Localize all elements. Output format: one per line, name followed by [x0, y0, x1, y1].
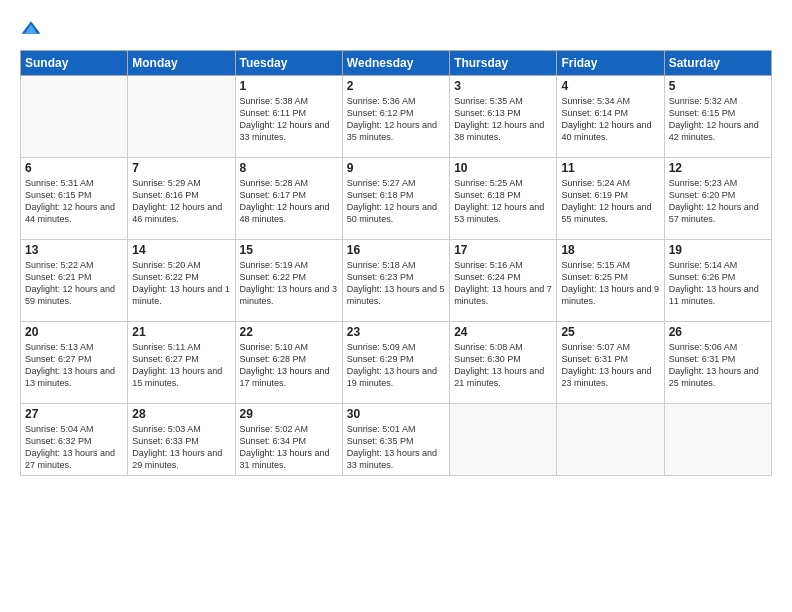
day-number: 25 — [561, 325, 659, 339]
day-info: Sunrise: 5:27 AM Sunset: 6:18 PM Dayligh… — [347, 177, 445, 226]
calendar-cell: 15Sunrise: 5:19 AM Sunset: 6:22 PM Dayli… — [235, 240, 342, 322]
weekday-header-sunday: Sunday — [21, 51, 128, 76]
logo-icon — [20, 18, 42, 40]
day-info: Sunrise: 5:04 AM Sunset: 6:32 PM Dayligh… — [25, 423, 123, 472]
day-info: Sunrise: 5:09 AM Sunset: 6:29 PM Dayligh… — [347, 341, 445, 390]
calendar-cell — [664, 404, 771, 476]
calendar-cell: 4Sunrise: 5:34 AM Sunset: 6:14 PM Daylig… — [557, 76, 664, 158]
calendar-cell: 6Sunrise: 5:31 AM Sunset: 6:15 PM Daylig… — [21, 158, 128, 240]
calendar-cell: 10Sunrise: 5:25 AM Sunset: 6:18 PM Dayli… — [450, 158, 557, 240]
logo — [20, 18, 46, 40]
calendar-cell — [128, 76, 235, 158]
day-info: Sunrise: 5:18 AM Sunset: 6:23 PM Dayligh… — [347, 259, 445, 308]
calendar-week-row: 1Sunrise: 5:38 AM Sunset: 6:11 PM Daylig… — [21, 76, 772, 158]
day-info: Sunrise: 5:36 AM Sunset: 6:12 PM Dayligh… — [347, 95, 445, 144]
day-info: Sunrise: 5:02 AM Sunset: 6:34 PM Dayligh… — [240, 423, 338, 472]
day-number: 9 — [347, 161, 445, 175]
day-number: 21 — [132, 325, 230, 339]
day-number: 13 — [25, 243, 123, 257]
calendar-cell: 8Sunrise: 5:28 AM Sunset: 6:17 PM Daylig… — [235, 158, 342, 240]
calendar-cell: 13Sunrise: 5:22 AM Sunset: 6:21 PM Dayli… — [21, 240, 128, 322]
day-info: Sunrise: 5:34 AM Sunset: 6:14 PM Dayligh… — [561, 95, 659, 144]
calendar-cell: 21Sunrise: 5:11 AM Sunset: 6:27 PM Dayli… — [128, 322, 235, 404]
calendar-week-row: 13Sunrise: 5:22 AM Sunset: 6:21 PM Dayli… — [21, 240, 772, 322]
day-number: 6 — [25, 161, 123, 175]
calendar-cell: 7Sunrise: 5:29 AM Sunset: 6:16 PM Daylig… — [128, 158, 235, 240]
day-number: 17 — [454, 243, 552, 257]
calendar-cell: 19Sunrise: 5:14 AM Sunset: 6:26 PM Dayli… — [664, 240, 771, 322]
calendar-cell: 11Sunrise: 5:24 AM Sunset: 6:19 PM Dayli… — [557, 158, 664, 240]
day-number: 16 — [347, 243, 445, 257]
day-number: 28 — [132, 407, 230, 421]
page: SundayMondayTuesdayWednesdayThursdayFrid… — [0, 0, 792, 612]
day-info: Sunrise: 5:13 AM Sunset: 6:27 PM Dayligh… — [25, 341, 123, 390]
day-number: 1 — [240, 79, 338, 93]
calendar-cell: 5Sunrise: 5:32 AM Sunset: 6:15 PM Daylig… — [664, 76, 771, 158]
day-info: Sunrise: 5:29 AM Sunset: 6:16 PM Dayligh… — [132, 177, 230, 226]
day-number: 15 — [240, 243, 338, 257]
day-info: Sunrise: 5:23 AM Sunset: 6:20 PM Dayligh… — [669, 177, 767, 226]
calendar-cell: 3Sunrise: 5:35 AM Sunset: 6:13 PM Daylig… — [450, 76, 557, 158]
calendar-cell: 14Sunrise: 5:20 AM Sunset: 6:22 PM Dayli… — [128, 240, 235, 322]
calendar-cell: 28Sunrise: 5:03 AM Sunset: 6:33 PM Dayli… — [128, 404, 235, 476]
day-info: Sunrise: 5:31 AM Sunset: 6:15 PM Dayligh… — [25, 177, 123, 226]
calendar-cell: 24Sunrise: 5:08 AM Sunset: 6:30 PM Dayli… — [450, 322, 557, 404]
calendar-cell: 17Sunrise: 5:16 AM Sunset: 6:24 PM Dayli… — [450, 240, 557, 322]
weekday-header-monday: Monday — [128, 51, 235, 76]
day-number: 7 — [132, 161, 230, 175]
day-info: Sunrise: 5:20 AM Sunset: 6:22 PM Dayligh… — [132, 259, 230, 308]
day-info: Sunrise: 5:22 AM Sunset: 6:21 PM Dayligh… — [25, 259, 123, 308]
day-info: Sunrise: 5:03 AM Sunset: 6:33 PM Dayligh… — [132, 423, 230, 472]
calendar-week-row: 20Sunrise: 5:13 AM Sunset: 6:27 PM Dayli… — [21, 322, 772, 404]
day-number: 29 — [240, 407, 338, 421]
calendar-cell — [450, 404, 557, 476]
calendar-cell: 2Sunrise: 5:36 AM Sunset: 6:12 PM Daylig… — [342, 76, 449, 158]
day-number: 14 — [132, 243, 230, 257]
day-info: Sunrise: 5:24 AM Sunset: 6:19 PM Dayligh… — [561, 177, 659, 226]
calendar-week-row: 6Sunrise: 5:31 AM Sunset: 6:15 PM Daylig… — [21, 158, 772, 240]
day-number: 2 — [347, 79, 445, 93]
day-number: 20 — [25, 325, 123, 339]
day-number: 18 — [561, 243, 659, 257]
day-info: Sunrise: 5:15 AM Sunset: 6:25 PM Dayligh… — [561, 259, 659, 308]
calendar-week-row: 27Sunrise: 5:04 AM Sunset: 6:32 PM Dayli… — [21, 404, 772, 476]
day-number: 26 — [669, 325, 767, 339]
day-number: 10 — [454, 161, 552, 175]
weekday-header-tuesday: Tuesday — [235, 51, 342, 76]
calendar-cell — [21, 76, 128, 158]
day-number: 12 — [669, 161, 767, 175]
day-info: Sunrise: 5:35 AM Sunset: 6:13 PM Dayligh… — [454, 95, 552, 144]
day-number: 27 — [25, 407, 123, 421]
calendar-cell: 16Sunrise: 5:18 AM Sunset: 6:23 PM Dayli… — [342, 240, 449, 322]
calendar-cell: 1Sunrise: 5:38 AM Sunset: 6:11 PM Daylig… — [235, 76, 342, 158]
calendar-table: SundayMondayTuesdayWednesdayThursdayFrid… — [20, 50, 772, 476]
calendar-cell: 12Sunrise: 5:23 AM Sunset: 6:20 PM Dayli… — [664, 158, 771, 240]
day-number: 24 — [454, 325, 552, 339]
day-number: 5 — [669, 79, 767, 93]
day-info: Sunrise: 5:16 AM Sunset: 6:24 PM Dayligh… — [454, 259, 552, 308]
calendar-cell: 26Sunrise: 5:06 AM Sunset: 6:31 PM Dayli… — [664, 322, 771, 404]
calendar-cell: 23Sunrise: 5:09 AM Sunset: 6:29 PM Dayli… — [342, 322, 449, 404]
calendar-cell: 25Sunrise: 5:07 AM Sunset: 6:31 PM Dayli… — [557, 322, 664, 404]
calendar-cell: 9Sunrise: 5:27 AM Sunset: 6:18 PM Daylig… — [342, 158, 449, 240]
day-info: Sunrise: 5:14 AM Sunset: 6:26 PM Dayligh… — [669, 259, 767, 308]
day-number: 4 — [561, 79, 659, 93]
weekday-header-friday: Friday — [557, 51, 664, 76]
calendar-header-row: SundayMondayTuesdayWednesdayThursdayFrid… — [21, 51, 772, 76]
day-number: 3 — [454, 79, 552, 93]
day-info: Sunrise: 5:01 AM Sunset: 6:35 PM Dayligh… — [347, 423, 445, 472]
day-number: 8 — [240, 161, 338, 175]
day-info: Sunrise: 5:10 AM Sunset: 6:28 PM Dayligh… — [240, 341, 338, 390]
calendar-cell: 22Sunrise: 5:10 AM Sunset: 6:28 PM Dayli… — [235, 322, 342, 404]
calendar-cell: 29Sunrise: 5:02 AM Sunset: 6:34 PM Dayli… — [235, 404, 342, 476]
day-info: Sunrise: 5:11 AM Sunset: 6:27 PM Dayligh… — [132, 341, 230, 390]
day-info: Sunrise: 5:07 AM Sunset: 6:31 PM Dayligh… — [561, 341, 659, 390]
calendar-cell — [557, 404, 664, 476]
day-info: Sunrise: 5:28 AM Sunset: 6:17 PM Dayligh… — [240, 177, 338, 226]
day-info: Sunrise: 5:19 AM Sunset: 6:22 PM Dayligh… — [240, 259, 338, 308]
weekday-header-thursday: Thursday — [450, 51, 557, 76]
day-number: 19 — [669, 243, 767, 257]
calendar-cell: 30Sunrise: 5:01 AM Sunset: 6:35 PM Dayli… — [342, 404, 449, 476]
calendar-cell: 27Sunrise: 5:04 AM Sunset: 6:32 PM Dayli… — [21, 404, 128, 476]
day-number: 23 — [347, 325, 445, 339]
